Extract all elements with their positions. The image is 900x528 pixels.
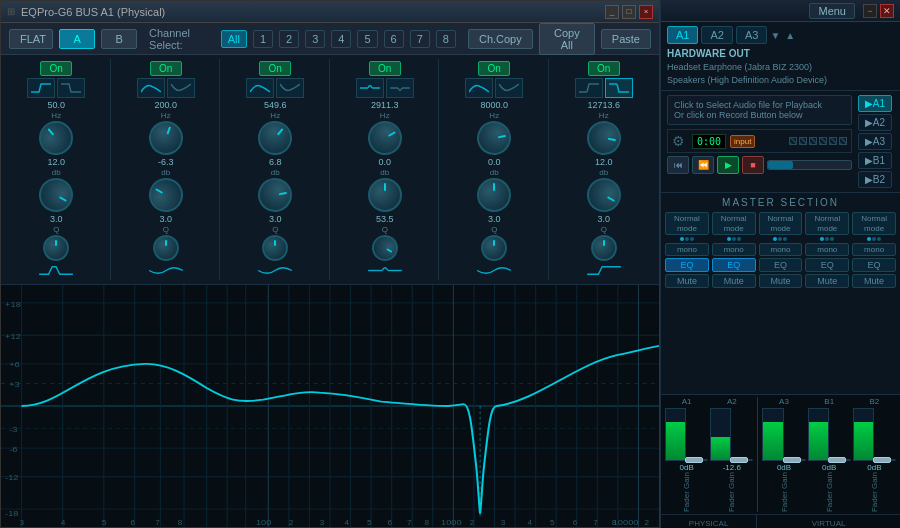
fader-a1-handle[interactable]	[685, 457, 703, 463]
master-b1-mute-btn[interactable]: Mute	[805, 274, 849, 288]
master-b1-mono-btn[interactable]: mono	[805, 243, 849, 256]
band-1-freq-knob[interactable]	[32, 114, 80, 162]
preset-a-button[interactable]: A	[59, 29, 95, 49]
master-a1-mono-btn[interactable]: mono	[665, 243, 709, 256]
band-2-on-btn[interactable]: On	[150, 61, 182, 76]
band-3-filter-type[interactable]	[246, 78, 274, 98]
master-a3-eq-btn[interactable]: EQ	[759, 258, 803, 272]
band-5-on-btn[interactable]: On	[478, 61, 510, 76]
band-2-filter-alt[interactable]	[167, 78, 195, 98]
eq-graph[interactable]: +18 +12 +6 +3 -18 -12 -6 -3 100 1000 100…	[1, 285, 659, 527]
eq-maximize-btn[interactable]: □	[622, 5, 636, 19]
hw-tab-a1[interactable]: A1	[667, 26, 698, 44]
ch-out-b1[interactable]: ▶B1	[858, 152, 892, 169]
band-6-gain-knob[interactable]	[581, 172, 627, 218]
master-a1-mode-btn[interactable]: Normalmode	[665, 212, 709, 235]
ch-3-btn[interactable]: 3	[305, 30, 325, 48]
ch-5-btn[interactable]: 5	[357, 30, 377, 48]
band-1-on-btn[interactable]: On	[40, 61, 72, 76]
right-minimize-btn[interactable]: −	[863, 4, 877, 18]
master-b2-eq-btn[interactable]: EQ	[852, 258, 896, 272]
fader-b2-handle[interactable]	[873, 457, 891, 463]
band-5-gain-knob[interactable]	[477, 178, 511, 212]
band-5-freq-knob[interactable]	[475, 118, 514, 157]
master-b1-mode-btn[interactable]: Normalmode	[805, 212, 849, 235]
band-1-q-knob[interactable]	[43, 235, 69, 261]
copy-all-button[interactable]: Copy All	[539, 23, 595, 55]
band-3-on-btn[interactable]: On	[259, 61, 291, 76]
ch-7-btn[interactable]: 7	[410, 30, 430, 48]
band-3-freq-knob[interactable]	[251, 114, 299, 162]
band-4-gain-knob[interactable]	[368, 178, 402, 212]
fader-a2-track[interactable]	[732, 459, 753, 461]
menu-button[interactable]: Menu	[809, 3, 855, 19]
right-close-btn[interactable]: ✕	[880, 4, 894, 18]
ch-out-a1[interactable]: ▶A1	[858, 95, 892, 112]
band-2-q-knob[interactable]	[153, 235, 179, 261]
band-6-on-btn[interactable]: On	[588, 61, 620, 76]
hw-tab-a3[interactable]: A3	[736, 26, 767, 44]
hw-tab-a2[interactable]: A2	[701, 26, 732, 44]
transport-back-btn[interactable]: ⏪	[692, 156, 714, 174]
band-1-filter-alt[interactable]	[57, 78, 85, 98]
ch-out-a2[interactable]: ▶A2	[858, 114, 892, 131]
master-b2-mode-btn[interactable]: Normalmode	[852, 212, 896, 235]
fader-a2-handle[interactable]	[730, 457, 748, 463]
band-2-gain-knob[interactable]	[143, 172, 189, 218]
master-b1-eq-btn[interactable]: EQ	[805, 258, 849, 272]
master-a1-eq-btn[interactable]: EQ	[665, 258, 709, 272]
band-1-filter-type[interactable]	[27, 78, 55, 98]
transport-play-btn[interactable]: ▶	[717, 156, 739, 174]
ch-copy-button[interactable]: Ch.Copy	[468, 29, 533, 49]
master-a2-eq-btn[interactable]: EQ	[712, 258, 756, 272]
band-5-filter-type[interactable]	[465, 78, 493, 98]
ch-out-a3[interactable]: ▶A3	[858, 133, 892, 150]
band-5-filter-alt[interactable]	[495, 78, 523, 98]
band-1-gain-knob[interactable]	[33, 172, 79, 218]
band-6-filter-alt[interactable]	[605, 78, 633, 98]
transport-progress-bar[interactable]	[767, 160, 852, 170]
band-4-filter-type[interactable]	[356, 78, 384, 98]
ch-out-b2[interactable]: ▶B2	[858, 171, 892, 188]
fader-a3-track[interactable]	[785, 459, 806, 461]
hw-tab-arrow-down[interactable]: ▼	[770, 30, 780, 41]
master-b2-mono-btn[interactable]: mono	[852, 243, 896, 256]
ch-1-btn[interactable]: 1	[253, 30, 273, 48]
band-4-filter-alt[interactable]	[386, 78, 414, 98]
flat-button[interactable]: FLAT	[9, 29, 53, 49]
ch-4-btn[interactable]: 4	[331, 30, 351, 48]
eq-close-btn[interactable]: ×	[639, 5, 653, 19]
band-2-filter-type[interactable]	[137, 78, 165, 98]
hw-tab-arrow-up[interactable]: ▲	[785, 30, 795, 41]
band-4-q-knob[interactable]	[367, 230, 403, 266]
master-a1-mute-btn[interactable]: Mute	[665, 274, 709, 288]
eq-minimize-btn[interactable]: _	[605, 5, 619, 19]
fader-b2-track[interactable]	[875, 459, 896, 461]
band-4-on-btn[interactable]: On	[369, 61, 401, 76]
fader-b1-track[interactable]	[830, 459, 851, 461]
playback-file-btn[interactable]: Click to Select Audio file for Playback …	[667, 95, 852, 125]
master-a3-mute-btn[interactable]: Mute	[759, 274, 803, 288]
band-3-q-knob[interactable]	[262, 235, 288, 261]
ch-8-btn[interactable]: 8	[436, 30, 456, 48]
master-a3-mono-btn[interactable]: mono	[759, 243, 803, 256]
fader-a1-track[interactable]	[687, 459, 708, 461]
master-a2-mode-btn[interactable]: Normalmode	[712, 212, 756, 235]
paste-button[interactable]: Paste	[601, 29, 651, 49]
ch-2-btn[interactable]: 2	[279, 30, 299, 48]
ch-6-btn[interactable]: 6	[384, 30, 404, 48]
fader-b1-handle[interactable]	[828, 457, 846, 463]
band-3-gain-knob[interactable]	[256, 175, 295, 214]
transport-rewind-btn[interactable]: ⏮	[667, 156, 689, 174]
band-5-q-knob[interactable]	[481, 235, 507, 261]
band-3-filter-alt[interactable]	[276, 78, 304, 98]
band-6-freq-knob[interactable]	[584, 118, 623, 157]
fader-a3-handle[interactable]	[783, 457, 801, 463]
master-a3-mode-btn[interactable]: Normalmode	[759, 212, 803, 235]
transport-stop-btn[interactable]: ■	[742, 156, 764, 174]
preset-b-button[interactable]: B	[101, 29, 137, 49]
band-6-q-knob[interactable]	[591, 235, 617, 261]
band-6-filter-type[interactable]	[575, 78, 603, 98]
master-a2-mute-btn[interactable]: Mute	[712, 274, 756, 288]
master-b2-mute-btn[interactable]: Mute	[852, 274, 896, 288]
